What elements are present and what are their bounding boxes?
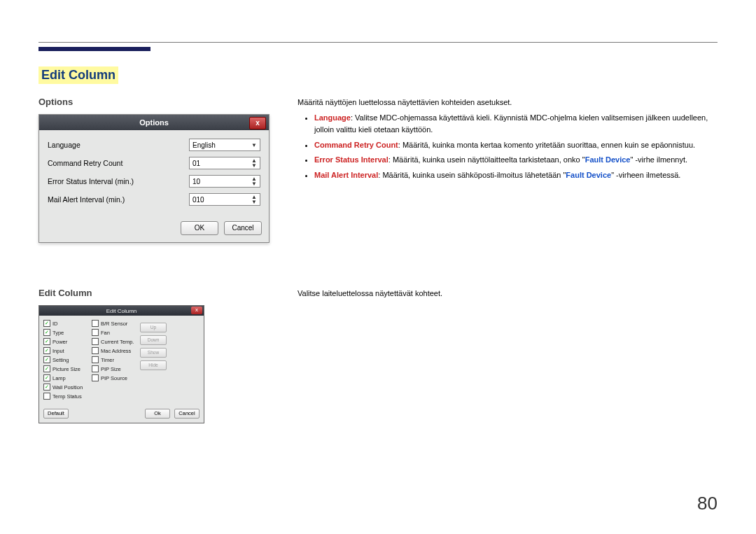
subhead-editcolumn: Edit Column <box>38 288 270 298</box>
options-dialog: Options x Language English ▼ Command Ret… <box>38 114 270 243</box>
down-button[interactable]: Down <box>140 335 167 345</box>
checkbox-label: Temp Status <box>52 393 82 400</box>
close-icon[interactable]: x <box>191 307 202 314</box>
checkbox-icon[interactable] <box>43 393 50 400</box>
checkbox-icon[interactable] <box>92 347 99 354</box>
ok-button[interactable]: Ok <box>145 409 170 419</box>
bullet-language: Language: Valitse MDC-ohjemassa käytettä… <box>314 112 718 136</box>
checkbox-row[interactable]: Mac Address <box>92 347 137 354</box>
checkbox-icon[interactable] <box>92 356 99 363</box>
ok-button[interactable]: OK <box>181 221 218 235</box>
cancel-button[interactable]: Cancel <box>174 409 200 419</box>
checkbox-label: ID <box>52 321 58 327</box>
page-number: 80 <box>697 493 718 514</box>
editcolumn-dialog-titlebar: Edit Column x <box>39 306 204 316</box>
options-mai-field[interactable]: 010 ▲▼ <box>189 193 260 206</box>
subhead-options: Options <box>38 97 270 107</box>
checkbox-row[interactable]: ✓Type <box>43 329 89 336</box>
spinner-icon: ▲▼ <box>251 158 257 168</box>
checkbox-row[interactable]: ✓Power <box>43 338 89 345</box>
checkbox-label: Timer <box>101 357 114 363</box>
close-icon[interactable]: x <box>249 117 266 129</box>
checkbox-row[interactable]: ✓Wall Position <box>43 384 89 391</box>
chevron-down-icon: ▼ <box>251 143 257 148</box>
header-accent-bar <box>38 47 150 51</box>
checkbox-icon[interactable]: ✓ <box>43 320 50 327</box>
options-crc-field[interactable]: 01 ▲▼ <box>189 157 260 169</box>
checkbox-label: Power <box>52 339 67 345</box>
bullet-crc: Command Retry Count: Määritä, kuinka mon… <box>314 139 718 152</box>
checkbox-label: Mac Address <box>101 348 131 354</box>
checkbox-row[interactable]: PIP Size <box>92 365 137 372</box>
checkbox-icon[interactable]: ✓ <box>43 384 50 391</box>
checkbox-icon[interactable] <box>92 338 99 345</box>
checkbox-row[interactable]: PIP Source <box>92 374 137 381</box>
checkbox-icon[interactable] <box>92 374 99 381</box>
checkbox-label: Type <box>52 330 64 336</box>
spinner-icon: ▲▼ <box>251 195 257 204</box>
checkbox-label: Lamp <box>52 375 66 381</box>
intro-text: Määritä näyttöjen luettelossa näytettävi… <box>298 97 718 109</box>
options-language-label: Language <box>48 141 80 149</box>
checkbox-row[interactable]: Timer <box>92 356 137 363</box>
checkbox-icon[interactable]: ✓ <box>43 347 50 354</box>
checkbox-label: PIP Size <box>101 366 121 372</box>
checkbox-row[interactable]: Fan <box>92 329 137 336</box>
checkbox-row[interactable]: B/R Sensor <box>92 320 137 327</box>
options-language-field[interactable]: English ▼ <box>189 139 260 151</box>
options-dialog-titlebar: Options x <box>39 115 269 130</box>
editcolumn-desc: Valitse laiteluettelossa näytettävät koh… <box>298 289 442 297</box>
checkbox-row[interactable]: ✓Input <box>43 347 89 354</box>
hide-button[interactable]: Hide <box>140 360 167 370</box>
show-button[interactable]: Show <box>140 348 167 358</box>
options-esi-field[interactable]: 10 ▲▼ <box>189 175 260 188</box>
checkbox-icon[interactable] <box>92 329 99 336</box>
default-button[interactable]: Default <box>43 409 69 419</box>
section-title: Edit Column <box>38 66 118 84</box>
checkbox-label: Wall Position <box>52 384 83 391</box>
editcolumn-dialog: Edit Column x ✓ID✓Type✓Power✓Input✓Setti… <box>38 305 204 423</box>
checkbox-label: Fan <box>101 330 110 336</box>
checkbox-label: Picture Size <box>52 366 80 372</box>
checkbox-label: Setting <box>52 357 69 363</box>
up-button[interactable]: Up <box>140 323 167 332</box>
options-mai-label: Mail Alert Interval (min.) <box>48 195 125 204</box>
checkbox-icon[interactable] <box>92 320 99 327</box>
checkbox-icon[interactable]: ✓ <box>43 338 50 345</box>
options-dialog-title: Options <box>139 118 169 127</box>
cancel-button[interactable]: Cancel <box>224 221 262 235</box>
checkbox-icon[interactable]: ✓ <box>43 329 50 336</box>
options-crc-label: Command Retry Count <box>48 159 122 167</box>
checkbox-icon[interactable]: ✓ <box>43 356 50 363</box>
checkbox-icon[interactable]: ✓ <box>43 365 50 372</box>
checkbox-row[interactable]: Current Temp. <box>92 338 137 345</box>
bullet-mai: Mail Alert Interval: Määritä, kuinka use… <box>314 169 718 182</box>
checkbox-label: B/R Sensor <box>101 321 127 327</box>
checkbox-row[interactable]: ✓Setting <box>43 356 89 363</box>
checkbox-icon[interactable] <box>92 365 99 372</box>
checkbox-row[interactable]: ✓Lamp <box>43 374 89 381</box>
checkbox-label: Current Temp. <box>101 339 134 345</box>
checkbox-row[interactable]: ✓ID <box>43 320 89 327</box>
spinner-icon: ▲▼ <box>251 176 257 186</box>
checkbox-label: PIP Source <box>101 375 127 381</box>
checkbox-row[interactable]: Temp Status <box>43 393 89 400</box>
checkbox-row[interactable]: ✓Picture Size <box>43 365 89 372</box>
bullet-esi: Error Status Interval: Määritä, kuinka u… <box>314 154 718 167</box>
editcolumn-dialog-title: Edit Column <box>106 308 137 314</box>
options-esi-label: Error Status Interval (min.) <box>48 177 134 185</box>
checkbox-label: Input <box>52 348 64 354</box>
checkbox-icon[interactable]: ✓ <box>43 374 50 381</box>
